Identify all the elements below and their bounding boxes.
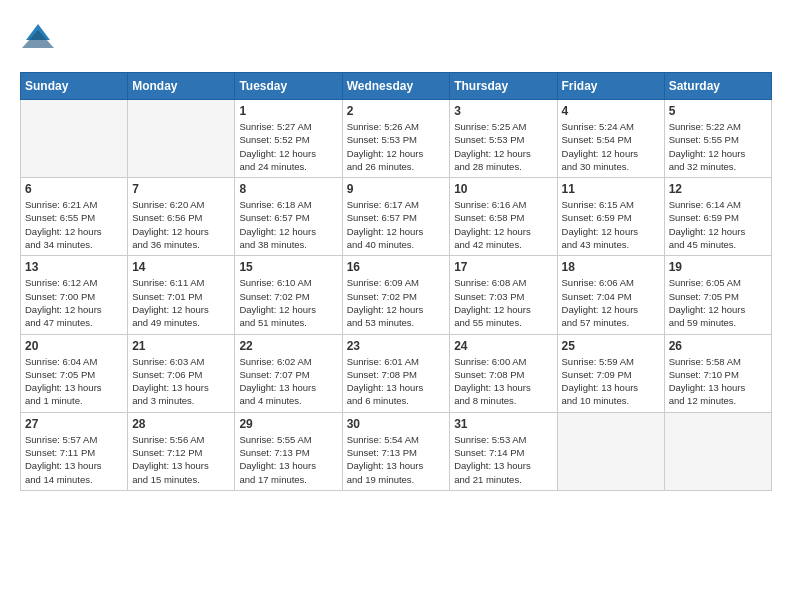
day-number: 11 [562,182,660,196]
day-number: 27 [25,417,123,431]
day-number: 17 [454,260,552,274]
day-info: Sunrise: 5:59 AM Sunset: 7:09 PM Dayligh… [562,355,660,408]
day-number: 13 [25,260,123,274]
day-number: 20 [25,339,123,353]
day-info: Sunrise: 6:06 AM Sunset: 7:04 PM Dayligh… [562,276,660,329]
calendar-cell: 28Sunrise: 5:56 AM Sunset: 7:12 PM Dayli… [128,412,235,490]
day-info: Sunrise: 6:20 AM Sunset: 6:56 PM Dayligh… [132,198,230,251]
calendar-cell: 3Sunrise: 5:25 AM Sunset: 5:53 PM Daylig… [450,100,557,178]
calendar-week-row: 6Sunrise: 6:21 AM Sunset: 6:55 PM Daylig… [21,178,772,256]
calendar-cell: 30Sunrise: 5:54 AM Sunset: 7:13 PM Dayli… [342,412,450,490]
calendar-cell [21,100,128,178]
day-number: 6 [25,182,123,196]
day-number: 9 [347,182,446,196]
calendar-cell: 29Sunrise: 5:55 AM Sunset: 7:13 PM Dayli… [235,412,342,490]
day-info: Sunrise: 5:55 AM Sunset: 7:13 PM Dayligh… [239,433,337,486]
calendar-cell: 17Sunrise: 6:08 AM Sunset: 7:03 PM Dayli… [450,256,557,334]
day-number: 31 [454,417,552,431]
day-number: 23 [347,339,446,353]
logo-icon [20,20,56,62]
calendar-cell: 15Sunrise: 6:10 AM Sunset: 7:02 PM Dayli… [235,256,342,334]
day-info: Sunrise: 6:16 AM Sunset: 6:58 PM Dayligh… [454,198,552,251]
calendar-cell: 11Sunrise: 6:15 AM Sunset: 6:59 PM Dayli… [557,178,664,256]
col-header-wednesday: Wednesday [342,73,450,100]
calendar-cell: 12Sunrise: 6:14 AM Sunset: 6:59 PM Dayli… [664,178,771,256]
calendar-cell: 6Sunrise: 6:21 AM Sunset: 6:55 PM Daylig… [21,178,128,256]
col-header-friday: Friday [557,73,664,100]
day-info: Sunrise: 6:21 AM Sunset: 6:55 PM Dayligh… [25,198,123,251]
calendar-cell: 27Sunrise: 5:57 AM Sunset: 7:11 PM Dayli… [21,412,128,490]
day-number: 26 [669,339,767,353]
day-info: Sunrise: 5:25 AM Sunset: 5:53 PM Dayligh… [454,120,552,173]
calendar-cell: 9Sunrise: 6:17 AM Sunset: 6:57 PM Daylig… [342,178,450,256]
calendar-cell: 4Sunrise: 5:24 AM Sunset: 5:54 PM Daylig… [557,100,664,178]
day-number: 2 [347,104,446,118]
day-info: Sunrise: 5:24 AM Sunset: 5:54 PM Dayligh… [562,120,660,173]
calendar-cell: 25Sunrise: 5:59 AM Sunset: 7:09 PM Dayli… [557,334,664,412]
day-number: 25 [562,339,660,353]
day-number: 22 [239,339,337,353]
calendar-cell: 1Sunrise: 5:27 AM Sunset: 5:52 PM Daylig… [235,100,342,178]
day-info: Sunrise: 5:56 AM Sunset: 7:12 PM Dayligh… [132,433,230,486]
page-header [20,20,772,62]
day-number: 29 [239,417,337,431]
day-number: 30 [347,417,446,431]
day-number: 15 [239,260,337,274]
day-info: Sunrise: 6:12 AM Sunset: 7:00 PM Dayligh… [25,276,123,329]
day-info: Sunrise: 6:02 AM Sunset: 7:07 PM Dayligh… [239,355,337,408]
day-number: 12 [669,182,767,196]
calendar-week-row: 27Sunrise: 5:57 AM Sunset: 7:11 PM Dayli… [21,412,772,490]
day-number: 7 [132,182,230,196]
day-info: Sunrise: 6:03 AM Sunset: 7:06 PM Dayligh… [132,355,230,408]
day-number: 21 [132,339,230,353]
calendar-cell [557,412,664,490]
day-info: Sunrise: 6:10 AM Sunset: 7:02 PM Dayligh… [239,276,337,329]
day-info: Sunrise: 6:08 AM Sunset: 7:03 PM Dayligh… [454,276,552,329]
calendar-week-row: 1Sunrise: 5:27 AM Sunset: 5:52 PM Daylig… [21,100,772,178]
col-header-tuesday: Tuesday [235,73,342,100]
day-info: Sunrise: 5:26 AM Sunset: 5:53 PM Dayligh… [347,120,446,173]
calendar-cell: 26Sunrise: 5:58 AM Sunset: 7:10 PM Dayli… [664,334,771,412]
day-info: Sunrise: 6:15 AM Sunset: 6:59 PM Dayligh… [562,198,660,251]
day-number: 3 [454,104,552,118]
day-info: Sunrise: 6:01 AM Sunset: 7:08 PM Dayligh… [347,355,446,408]
calendar-cell: 8Sunrise: 6:18 AM Sunset: 6:57 PM Daylig… [235,178,342,256]
day-info: Sunrise: 6:09 AM Sunset: 7:02 PM Dayligh… [347,276,446,329]
calendar-header-row: SundayMondayTuesdayWednesdayThursdayFrid… [21,73,772,100]
day-info: Sunrise: 6:18 AM Sunset: 6:57 PM Dayligh… [239,198,337,251]
day-info: Sunrise: 6:17 AM Sunset: 6:57 PM Dayligh… [347,198,446,251]
col-header-saturday: Saturday [664,73,771,100]
day-number: 8 [239,182,337,196]
calendar-cell [664,412,771,490]
day-number: 14 [132,260,230,274]
calendar-week-row: 20Sunrise: 6:04 AM Sunset: 7:05 PM Dayli… [21,334,772,412]
day-number: 18 [562,260,660,274]
calendar-cell: 24Sunrise: 6:00 AM Sunset: 7:08 PM Dayli… [450,334,557,412]
day-info: Sunrise: 6:11 AM Sunset: 7:01 PM Dayligh… [132,276,230,329]
col-header-thursday: Thursday [450,73,557,100]
day-info: Sunrise: 6:00 AM Sunset: 7:08 PM Dayligh… [454,355,552,408]
day-number: 24 [454,339,552,353]
calendar-cell: 5Sunrise: 5:22 AM Sunset: 5:55 PM Daylig… [664,100,771,178]
calendar-cell: 23Sunrise: 6:01 AM Sunset: 7:08 PM Dayli… [342,334,450,412]
calendar-cell: 22Sunrise: 6:02 AM Sunset: 7:07 PM Dayli… [235,334,342,412]
calendar-cell: 19Sunrise: 6:05 AM Sunset: 7:05 PM Dayli… [664,256,771,334]
day-info: Sunrise: 6:14 AM Sunset: 6:59 PM Dayligh… [669,198,767,251]
calendar-cell: 18Sunrise: 6:06 AM Sunset: 7:04 PM Dayli… [557,256,664,334]
calendar-cell: 7Sunrise: 6:20 AM Sunset: 6:56 PM Daylig… [128,178,235,256]
day-number: 16 [347,260,446,274]
calendar-cell: 10Sunrise: 6:16 AM Sunset: 6:58 PM Dayli… [450,178,557,256]
day-info: Sunrise: 5:27 AM Sunset: 5:52 PM Dayligh… [239,120,337,173]
calendar-cell: 13Sunrise: 6:12 AM Sunset: 7:00 PM Dayli… [21,256,128,334]
day-info: Sunrise: 6:04 AM Sunset: 7:05 PM Dayligh… [25,355,123,408]
calendar-table: SundayMondayTuesdayWednesdayThursdayFrid… [20,72,772,491]
calendar-cell: 2Sunrise: 5:26 AM Sunset: 5:53 PM Daylig… [342,100,450,178]
calendar-cell: 20Sunrise: 6:04 AM Sunset: 7:05 PM Dayli… [21,334,128,412]
calendar-cell: 14Sunrise: 6:11 AM Sunset: 7:01 PM Dayli… [128,256,235,334]
day-number: 19 [669,260,767,274]
calendar-cell [128,100,235,178]
day-number: 1 [239,104,337,118]
day-info: Sunrise: 5:54 AM Sunset: 7:13 PM Dayligh… [347,433,446,486]
day-number: 28 [132,417,230,431]
col-header-monday: Monday [128,73,235,100]
